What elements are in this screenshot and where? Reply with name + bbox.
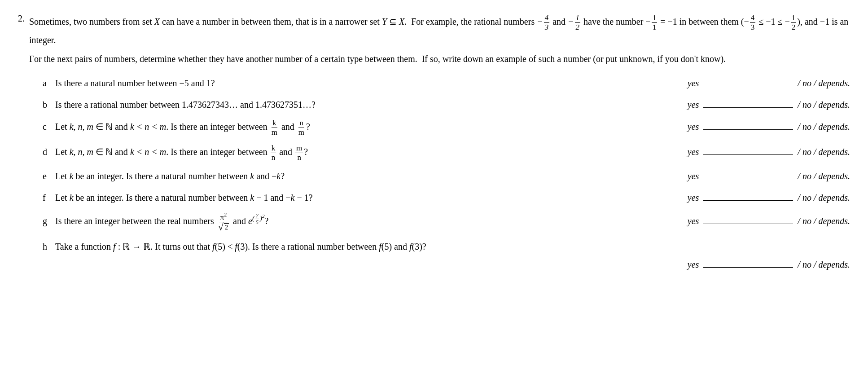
yes-label-h: yes [688, 257, 699, 272]
problem-content: Sometimes, two numbers from set X can ha… [29, 13, 850, 278]
var-X: X [154, 17, 160, 26]
answer-area-a: yes / no / depends. [688, 75, 850, 91]
yes-label-e: yes [688, 168, 699, 184]
no-depends-g: / no / depends. [798, 213, 850, 229]
sub-label-c: c [43, 119, 55, 134]
no-depends-e: / no / depends. [798, 168, 850, 184]
intro-paragraph: Sometimes, two numbers from set X can ha… [29, 13, 850, 48]
exp-e-75sq: e(75)2 [248, 216, 265, 226]
answer-line-h [703, 267, 793, 268]
no-depends-d: / no / depends. [798, 144, 850, 159]
var-X2: X [399, 17, 404, 26]
sub-label-e: e [43, 168, 55, 184]
problem-block: 2. Sometimes, two numbers from set X can… [18, 13, 850, 278]
sub-label-b: b [43, 97, 55, 112]
answer-line-d [703, 154, 793, 155]
subproblem-a: a Is there a natural number between −5 a… [43, 75, 850, 91]
answer-line-e [703, 179, 793, 179]
no-depends-a: / no / depends. [798, 75, 850, 91]
no-depends-c: / no / depends. [798, 119, 850, 134]
sub-text-c: Let k, n, m ∈ ℕ and k < n < m. Is there … [55, 119, 679, 137]
answer-area-h: yes / no / depends. [688, 257, 850, 272]
sub-label-a: a [43, 75, 55, 91]
subproblem-e: e Let k be an integer. Is there a natura… [43, 168, 850, 184]
no-depends-f: / no / depends. [798, 190, 850, 205]
answer-area-e: yes / no / depends. [688, 168, 850, 184]
sub-text-e: Let k be an integer. Is there a natural … [55, 168, 679, 184]
answer-area-c: yes / no / depends. [688, 119, 850, 134]
frac-neg4-3: −43 [537, 17, 550, 26]
answer-line-g [703, 224, 793, 224]
sub-label-d: d [43, 144, 55, 159]
yes-label-c: yes [688, 119, 699, 134]
yes-label-b: yes [688, 97, 699, 112]
no-depends-h: / no / depends. [798, 257, 850, 272]
answer-area-d: yes / no / depends. [688, 144, 850, 159]
sub-text-h: Take a function f : ℝ → ℝ. It turns out … [55, 239, 850, 254]
frac-k-m: km [271, 119, 278, 137]
yes-label-a: yes [688, 75, 699, 91]
sub-label-f: f [43, 190, 55, 205]
main-container: 2. Sometimes, two numbers from set X can… [18, 13, 850, 278]
followup-paragraph: For the next pairs of numbers, determine… [29, 51, 850, 66]
frac-pi2-sqrt2: π2 √2 [217, 212, 230, 232]
yes-label-d: yes [688, 144, 699, 159]
frac-neg1-2: −12 [568, 17, 581, 26]
paren-frac2: 12 [791, 13, 797, 32]
sub-text-d: Let k, n, m ∈ ℕ and k < n < m. Is there … [55, 144, 679, 163]
frac-1-1: 11 [652, 13, 658, 32]
answer-line-c [703, 129, 793, 130]
subproblem-b: b Is there a rational number between 1.4… [43, 97, 850, 112]
sub-label-h: h [43, 239, 55, 254]
sub-text-a: Is there a natural number between −5 and… [55, 75, 679, 91]
subproblem-h: h Take a function f : ℝ → ℝ. It turns ou… [43, 239, 850, 272]
frac-n-m: nm [298, 119, 305, 137]
sub-text-g: Is there an integer between the real num… [55, 212, 679, 232]
sub-label-g: g [43, 213, 55, 229]
subproblems-list: a Is there a natural number between −5 a… [43, 75, 850, 272]
yes-label-g: yes [688, 213, 699, 229]
sub-text-f: Let k be an integer. Is there a natural … [55, 190, 679, 205]
frac-k-n: kn [271, 144, 276, 163]
answer-line-f [703, 200, 793, 201]
subproblem-g: g Is there an integer between the real n… [43, 212, 850, 232]
yes-label-f: yes [688, 190, 699, 205]
sub-text-b: Is there a rational number between 1.473… [55, 97, 679, 112]
subproblem-d: d Let k, n, m ∈ ℕ and k < n < m. Is ther… [43, 144, 850, 163]
paren-frac1: 43 [750, 13, 756, 32]
answer-area-f: yes / no / depends. [688, 190, 850, 205]
subproblem-f: f Let k be an integer. Is there a natura… [43, 190, 850, 205]
answer-area-b: yes / no / depends. [688, 97, 850, 112]
subproblem-c: c Let k, n, m ∈ ℕ and k < n < m. Is ther… [43, 119, 850, 137]
answer-area-g: yes / no / depends. [688, 213, 850, 229]
answer-line-b [703, 107, 793, 108]
var-Y: Y [382, 17, 387, 26]
frac-m-n: mn [295, 144, 303, 163]
answer-line-a [703, 86, 793, 86]
problem-number-label: 2. [18, 13, 25, 24]
no-depends-b: / no / depends. [798, 97, 850, 112]
